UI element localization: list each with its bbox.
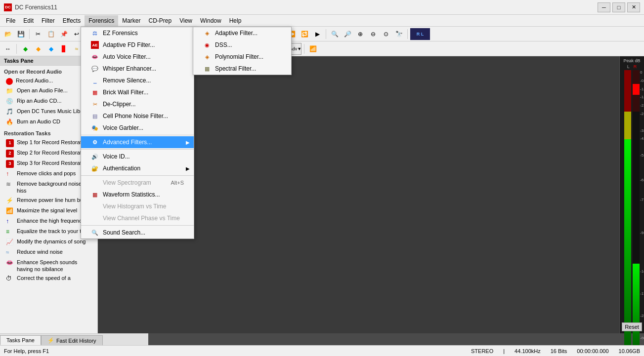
tab-fast-edit[interactable]: ⚡ Fast Edit History — [41, 335, 103, 345]
dd-spectral-filter[interactable]: ▦ Spectral Filter... — [193, 63, 291, 75]
tb-play2[interactable]: ▶ — [311, 28, 323, 40]
search-icon: 🔍 — [91, 229, 99, 237]
dd-voice-garbler[interactable]: 🎭 Voice Garbler... — [81, 122, 194, 134]
menu-filter[interactable]: Filter — [38, 15, 59, 26]
tb2-arrow[interactable]: ↔ — [2, 43, 14, 55]
spectral-icon: ▦ — [203, 65, 211, 73]
clicks-icon: ↑ — [6, 170, 14, 178]
tb-zoom5[interactable]: 🔭 — [393, 28, 405, 40]
tb-zoom4[interactable]: ⊙ — [380, 28, 392, 40]
dd-de-clipper[interactable]: ✂ De-Clipper... — [81, 98, 194, 110]
dd-brick-wall[interactable]: ▦ Brick Wall Filter... — [81, 86, 194, 98]
dd-polynomial-filter[interactable]: ◈ Polynomial Filter... — [193, 51, 291, 63]
dd-ez-forensics[interactable]: ⚖ EZ Forensics — [81, 27, 194, 39]
menu-edit[interactable]: Edit — [19, 15, 38, 26]
tb2-fx2[interactable]: ◆ — [32, 43, 44, 55]
menu-forensics[interactable]: Forensics — [85, 15, 118, 26]
eq-icon: ≡ — [6, 228, 14, 236]
vu-peak-r — [633, 84, 640, 95]
wind-noise-item[interactable]: ≈ Reduce wind noise — [0, 247, 97, 258]
step2-icon: 2 — [6, 150, 14, 158]
dd-adaptive-fd[interactable]: AE Adaptive FD Filter... — [81, 39, 194, 51]
dd-whisper[interactable]: 💬 Whisper Enhancer... — [81, 63, 194, 75]
wind-icon: ≈ — [6, 249, 14, 257]
vu-bar-r — [633, 70, 640, 347]
menu-view[interactable]: View — [175, 15, 196, 26]
wavestat-icon: ▦ — [91, 191, 99, 198]
dd-adaptive-filter[interactable]: ◈ Adaptive Filter... — [193, 27, 291, 39]
tb-cut[interactable]: ✂ — [32, 28, 44, 40]
tb-loop[interactable]: 🔁 — [299, 28, 310, 40]
vu-labels: L R — [627, 64, 637, 69]
tb-zoom2[interactable]: ⊕ — [354, 28, 366, 40]
spec-shortcut: Alt+S — [171, 180, 184, 186]
vu-red-l — [624, 70, 631, 112]
tb-copy[interactable]: 📋 — [45, 28, 57, 40]
ez-icon: ⚖ — [91, 29, 99, 37]
tb-zoom-in[interactable]: 🔍 — [329, 28, 341, 40]
tb-zoom-out[interactable]: 🔎 — [342, 28, 353, 40]
whisper-icon: 💬 — [91, 65, 99, 73]
vu-green-l — [624, 139, 631, 347]
menu-marker[interactable]: Marker — [118, 15, 144, 26]
tb-rl-meter[interactable]: R L — [410, 28, 430, 40]
dd-voice-id[interactable]: 🔊 Voice ID... — [81, 151, 194, 162]
spec-icon — [91, 179, 99, 187]
file-size: 10.06GB — [619, 348, 640, 354]
app-icon: DC — [4, 3, 12, 11]
minimize-button[interactable]: ─ — [598, 2, 610, 12]
tb-save[interactable]: 💾 — [15, 28, 27, 40]
speed-item[interactable]: ⏱ Correct the speed of a — [0, 274, 97, 284]
restore-button[interactable]: □ — [612, 2, 625, 12]
menu-cd-prep[interactable]: CD-Prep — [145, 15, 176, 26]
dd-histogram: View Histogram vs Time — [81, 200, 194, 212]
cell-icon: ▤ — [91, 112, 99, 120]
tb2-fx1[interactable]: ◆ — [19, 43, 31, 55]
advanced-filters-submenu: ◈ Adaptive Filter... ◉ DSS... ◈ Polynomi… — [193, 27, 292, 75]
vu-label-r: R — [634, 64, 637, 69]
help-text: For Help, press F1 — [4, 348, 49, 354]
aefd-icon: AE — [91, 41, 99, 49]
dd-authentication[interactable]: 🔐 Authentication ▶ — [81, 162, 194, 174]
menu-help[interactable]: Help — [225, 15, 246, 26]
tb-paste[interactable]: 📌 — [58, 28, 70, 40]
dclip-icon: ✂ — [91, 100, 99, 108]
dd-view-spectrogram: View Spectrogram Alt+S — [81, 177, 194, 189]
dd-sound-search[interactable]: 🔍 Sound Search... — [81, 227, 194, 238]
adv-arrow: ▶ — [186, 140, 190, 145]
poly-icon: ◈ — [203, 53, 211, 61]
dd-dss[interactable]: ◉ DSS... — [193, 39, 291, 51]
tb-open[interactable]: 📂 — [2, 28, 14, 40]
menu-window[interactable]: Window — [196, 15, 225, 26]
tb2-fx4[interactable]: ▊ — [58, 43, 70, 55]
auth-icon: 🔐 — [91, 164, 99, 172]
stereo-label: STEREO — [471, 348, 493, 354]
tab-tasks-pane[interactable]: Tasks Pane — [0, 335, 41, 345]
tb-zoom3[interactable]: ⊖ — [367, 28, 379, 40]
menu-file[interactable]: File — [2, 15, 19, 26]
reset-button[interactable]: Reset — [622, 322, 642, 331]
menu-effects[interactable]: Effects — [59, 15, 85, 26]
garbler-icon: 🎭 — [91, 124, 99, 132]
forensics-dropdown: ⚖ EZ Forensics AE Adaptive FD Filter... … — [81, 27, 194, 239]
bottom-tabs: Tasks Pane ⚡ Fast Edit History — [0, 333, 148, 345]
dd-advanced-filters[interactable]: ⚙ Advanced Filters... ▶ — [81, 136, 194, 148]
auth-arrow: ▶ — [186, 166, 190, 171]
dd-channel-phase: View Channel Phase vs Time — [81, 212, 194, 224]
speech-enhance-item[interactable]: 👄 Enhance Speech sounds having no sibila… — [0, 258, 97, 274]
cd-icon: 💿 — [6, 98, 14, 106]
phase-icon — [91, 214, 99, 222]
dd-auto-voice[interactable]: 👄 Auto Voice Filter... — [81, 51, 194, 63]
dd-sep4 — [81, 225, 194, 226]
close-button[interactable]: ✕ — [627, 2, 640, 12]
tb2-gain[interactable]: 📶 — [307, 43, 319, 55]
tb2-fx3[interactable]: ◆ — [45, 43, 57, 55]
noise-icon: ≋ — [6, 181, 14, 189]
hist-icon — [91, 202, 99, 210]
dynamics-icon: 📈 — [6, 238, 14, 246]
status-bar: For Help, press F1 STEREO | 44.100kHz 16… — [0, 345, 644, 356]
dd-waveform-stats[interactable]: ▦ Waveform Statistics... — [81, 189, 194, 200]
dd-remove-silence[interactable]: ⎯ Remove Silence... — [81, 75, 194, 86]
dd-cell-phone[interactable]: ▤ Cell Phone Noise Filter... — [81, 110, 194, 122]
adv-icon: ⚙ — [91, 138, 99, 146]
